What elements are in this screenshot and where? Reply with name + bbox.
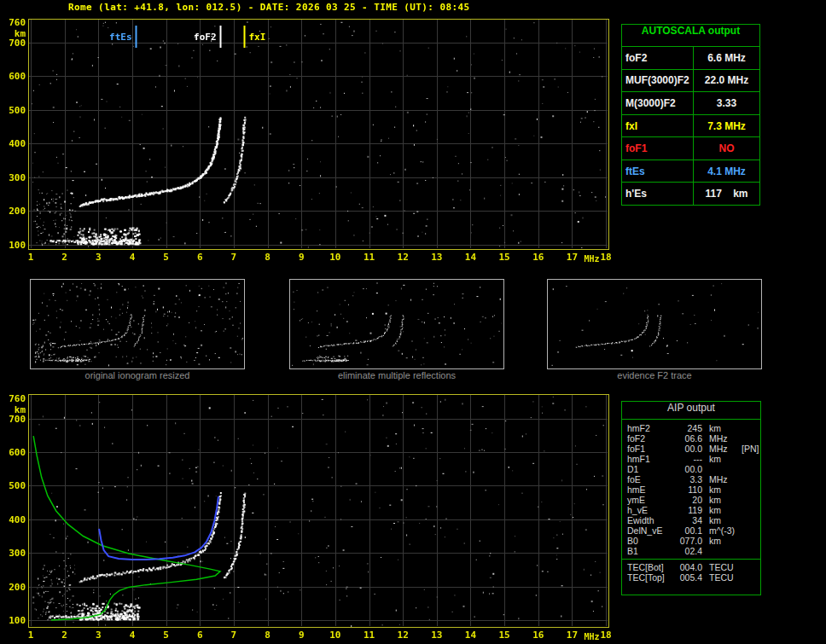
autoscala-param-label: h'Es [622, 183, 694, 205]
aip-table-row: B0077.0km [627, 536, 757, 546]
aip-table-row: TEC[Top]005.4TECU [627, 572, 757, 583]
aip-param-label: TEC[Bot] [627, 562, 675, 572]
aip-param-label: hmE [627, 484, 675, 495]
aip-table-row: h_vE119km [627, 505, 757, 515]
aip-param-value: 004.0 [675, 562, 702, 572]
aip-param-label: DelN_vE [627, 525, 675, 536]
thumbnail-eliminate-reflections [289, 279, 504, 369]
aip-param-value: 00.0 [675, 464, 702, 474]
aip-param-value: 119 [675, 505, 702, 515]
autoscala-ionogram-canvas [0, 0, 618, 269]
aip-param-extra [742, 536, 757, 546]
aip-param-unit [702, 546, 742, 556]
aip-param-label: hmF2 [627, 423, 675, 433]
aip-table-row: B102.4 [627, 546, 757, 556]
thumbnail-evidence-f2-trace [547, 279, 762, 369]
aip-param-value: 06.6 [675, 433, 702, 444]
aip-param-extra [742, 546, 757, 556]
aip-param-value: 20 [675, 495, 702, 505]
aip-param-label: h_vE [627, 505, 675, 515]
aip-table-title: AIP output [622, 402, 760, 420]
aip-param-extra: [PN] [742, 444, 760, 454]
autoscala-table-row: foF1NO [622, 137, 759, 160]
aip-output-table: AIP output hmF2245kmfoF206.6MHzfoF100.0M… [621, 401, 761, 595]
aip-table-rows: hmF2245kmfoF206.6MHzfoF100.0MHz[PN]hmF1-… [622, 420, 760, 556]
thumbnail-original-ionogram [30, 279, 245, 369]
aip-param-value: 00.0 [675, 444, 702, 454]
autoscala-param-value: 117 km [694, 183, 759, 205]
autoscala-param-label: MUF(3000)F2 [622, 70, 694, 92]
aip-param-extra [742, 505, 757, 515]
aip-param-unit: km [702, 505, 742, 515]
aip-param-extra [742, 474, 757, 484]
autoscala-app-window: Rome (lat: +41.8, lon: 012.5) - DATE: 20… [0, 0, 826, 644]
autoscala-table-row: h'Es117 km [622, 183, 759, 205]
aip-param-value: 00.1 [675, 525, 702, 536]
aip-param-extra [742, 515, 757, 525]
autoscala-param-label: foF1 [622, 137, 694, 160]
aip-param-value: --- [675, 454, 702, 464]
aip-param-unit: km [702, 495, 742, 505]
aip-param-extra [742, 495, 757, 505]
aip-profile-ionogram-canvas [0, 386, 618, 644]
aip-table-row: hmE110km [627, 484, 757, 495]
autoscala-table-row: ftEs4.1 MHz [622, 160, 759, 183]
aip-param-label: foF1 [627, 444, 675, 454]
autoscala-param-value: 7.3 MHz [694, 115, 759, 137]
aip-param-value: 245 [675, 423, 702, 433]
autoscala-table-row: MUF(3000)F222.0 MHz [622, 70, 759, 93]
caption-evidence-f2-trace: evidence F2 trace [547, 370, 762, 380]
aip-table-row: hmF2245km [627, 423, 757, 433]
aip-param-label: D1 [627, 464, 675, 474]
autoscala-table-row: fxI7.3 MHz [622, 115, 759, 138]
autoscala-output-table: AUTOSCALA output foF26.6 MHzMUF(3000)F22… [621, 24, 760, 206]
aip-param-extra [742, 484, 757, 495]
station-title: Rome (lat: +41.8, lon: 012.5) - DATE: 20… [68, 2, 470, 13]
aip-param-unit: MHz [702, 433, 742, 444]
aip-param-value: 077.0 [675, 536, 702, 546]
autoscala-param-label: foF2 [622, 47, 694, 69]
aip-param-unit: km [702, 536, 742, 546]
aip-param-value: 3.3 [675, 474, 702, 484]
thumbnail-canvas-2 [548, 280, 761, 368]
aip-param-unit: km [702, 515, 742, 525]
aip-param-extra [742, 464, 757, 474]
aip-table-row: Ewidth34km [627, 515, 757, 525]
aip-table-tec-rows: TEC[Bot]004.0TECUTEC[Top]005.4TECU [622, 559, 760, 583]
aip-param-extra [742, 433, 757, 444]
autoscala-param-label: fxI [622, 115, 694, 137]
aip-table-row: hmF1---km [627, 454, 757, 464]
aip-param-unit: km [702, 423, 742, 433]
aip-param-unit: km [702, 484, 742, 495]
aip-param-unit: MHz [702, 444, 742, 454]
aip-param-value: 110 [675, 484, 702, 495]
aip-param-label: foE [627, 474, 675, 484]
autoscala-param-value: 22.0 MHz [694, 70, 759, 92]
autoscala-param-label: M(3000)F2 [622, 92, 694, 114]
autoscala-table-title: AUTOSCALA output [622, 25, 759, 47]
aip-param-label: B0 [627, 536, 675, 546]
aip-param-value: 005.4 [675, 572, 702, 583]
autoscala-param-value: NO [694, 137, 759, 160]
aip-param-extra [742, 423, 757, 433]
aip-param-label: hmF1 [627, 454, 675, 464]
aip-param-extra [742, 525, 757, 536]
aip-param-label: B1 [627, 546, 675, 556]
aip-param-value: 34 [675, 515, 702, 525]
aip-table-row: foF100.0MHz[PN] [627, 444, 757, 454]
aip-param-label: foF2 [627, 433, 675, 444]
caption-original-ionogram: original ionogram resized [30, 370, 245, 380]
aip-param-label: TEC[Top] [627, 572, 675, 583]
aip-table-row: DelN_vE00.1m^(-3) [627, 525, 757, 536]
aip-param-unit: TECU [702, 572, 742, 583]
autoscala-table-row: foF26.6 MHz [622, 47, 759, 70]
aip-param-unit [702, 464, 742, 474]
aip-param-label: Ewidth [627, 515, 675, 525]
aip-param-value: 02.4 [675, 546, 702, 556]
thumbnail-canvas-1 [290, 280, 503, 368]
aip-param-label: ymE [627, 495, 675, 505]
aip-param-unit: TECU [702, 562, 742, 572]
aip-param-unit: km [702, 454, 742, 464]
autoscala-param-value: 4.1 MHz [694, 160, 759, 183]
autoscala-param-value: 6.6 MHz [694, 47, 759, 69]
